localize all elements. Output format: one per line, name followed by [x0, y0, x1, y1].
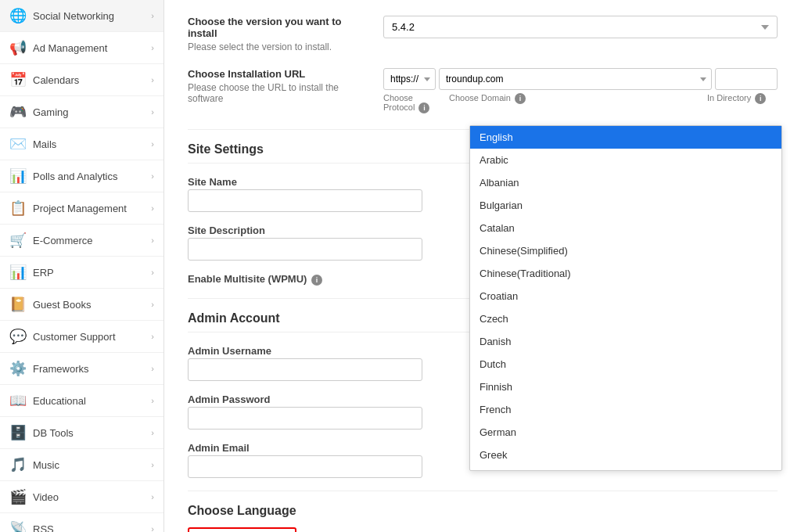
sidebar-item-left-ad-management: 📢 Ad Management [9, 39, 107, 56]
sidebar-item-project-management[interactable]: 📋 Project Management › [0, 192, 163, 225]
sidebar: 🌐 Social Networking › 📢 Ad Management › … [0, 0, 164, 532]
sidebar-item-music[interactable]: 🎵 Music › [0, 449, 163, 481]
directory-input[interactable] [715, 68, 778, 90]
language-option[interactable]: Greek [470, 444, 781, 466]
version-label-block: Choose the version you want to install P… [188, 16, 360, 52]
sidebar-item-social-networking[interactable]: 🌐 Social Networking › [0, 0, 163, 32]
domain-select[interactable]: troundup.com [439, 68, 712, 90]
sidebar-item-left-project-management: 📋 Project Management [9, 200, 127, 217]
sidebar-label-customer-support: Customer Support [33, 331, 116, 343]
main-content: Choose the version you want to install P… [164, 0, 801, 532]
sidebar-item-left-erp: 📊 ERP [9, 264, 54, 281]
sidebar-item-frameworks[interactable]: ⚙️ Frameworks › [0, 353, 163, 385]
icon-social-networking: 🌐 [9, 7, 27, 24]
select-language-button[interactable]: Select Language [188, 527, 296, 532]
icon-erp: 📊 [9, 264, 27, 281]
language-option[interactable]: English [470, 126, 781, 149]
icon-video: 🎬 [9, 488, 27, 505]
sidebar-item-left-e-commerce: 🛒 E-Commerce [9, 232, 93, 249]
sidebar-item-left-educational: 📖 Educational [9, 392, 86, 409]
language-option[interactable]: Chinese(Simplified) [470, 239, 781, 262]
sidebar-item-left-music: 🎵 Music [9, 456, 59, 473]
sidebar-item-left-social-networking: 🌐 Social Networking [9, 7, 114, 24]
language-option[interactable]: German [470, 421, 781, 444]
sidebar-item-ad-management[interactable]: 📢 Ad Management › [0, 32, 163, 64]
admin-username-input[interactable] [188, 358, 422, 381]
sidebar-item-customer-support[interactable]: 💬 Customer Support › [0, 321, 163, 353]
chevron-icon-calendars: › [151, 75, 154, 84]
version-desc: Please select the version to install. [188, 41, 360, 52]
domain-info-icon[interactable]: i [515, 93, 526, 104]
sidebar-item-educational[interactable]: 📖 Educational › [0, 385, 163, 417]
language-section: Choose Language Select Language EnglishA… [188, 504, 778, 532]
sidebar-item-rss[interactable]: 📡 RSS › [0, 513, 163, 532]
sidebar-item-gaming[interactable]: 🎮 Gaming › [0, 96, 163, 128]
sidebar-item-polls-and-analytics[interactable]: 📊 Polls and Analytics › [0, 160, 163, 192]
sidebar-item-e-commerce[interactable]: 🛒 E-Commerce › [0, 225, 163, 257]
language-option[interactable]: Danish [470, 330, 781, 353]
url-desc: Please choose the URL to install the sof… [188, 82, 360, 104]
multisite-info-icon[interactable]: i [311, 275, 322, 286]
admin-password-input[interactable] [188, 407, 422, 430]
sidebar-item-left-calendars: 📅 Calendars [9, 71, 79, 88]
chevron-icon-rss: › [151, 524, 154, 532]
sidebar-label-gaming: Gaming [33, 106, 69, 118]
choose-protocol-label: Choose Protocol i [383, 93, 446, 113]
site-name-input[interactable] [188, 189, 422, 212]
sidebar-item-left-mails: ✉️ Mails [9, 135, 56, 153]
sidebar-label-ad-management: Ad Management [33, 42, 107, 54]
sidebar-label-project-management: Project Management [33, 203, 127, 214]
icon-project-management: 📋 [9, 200, 27, 217]
language-option[interactable]: Czech [470, 307, 781, 330]
language-option[interactable]: Croatian [470, 285, 781, 307]
url-control: https:// troundup.com Choose Protocol i … [383, 68, 778, 113]
chevron-icon-social-networking: › [151, 11, 154, 20]
chevron-icon-mails: › [151, 139, 154, 149]
chevron-icon-polls-and-analytics: › [151, 171, 154, 181]
url-labels: Choose Protocol i Choose Domain i In Dir… [383, 93, 778, 113]
chevron-icon-music: › [151, 460, 154, 469]
site-desc-input[interactable] [188, 238, 422, 261]
sidebar-item-mails[interactable]: ✉️ Mails › [0, 128, 163, 160]
language-option[interactable]: Dutch [470, 353, 781, 376]
protocol-select[interactable]: https:// [383, 68, 436, 90]
language-option[interactable]: Arabic [470, 149, 781, 171]
sidebar-item-left-video: 🎬 Video [9, 488, 59, 505]
url-label: Choose Installation URL [188, 68, 305, 80]
language-option[interactable]: Albanian [470, 171, 781, 194]
sidebar-label-social-networking: Social Networking [33, 10, 114, 22]
directory-info-icon[interactable]: i [755, 93, 766, 104]
sidebar-label-educational: Educational [33, 395, 86, 407]
sidebar-item-left-gaming: 🎮 Gaming [9, 103, 69, 120]
chevron-icon-ad-management: › [151, 43, 154, 52]
sidebar-item-video[interactable]: 🎬 Video › [0, 481, 163, 513]
language-option[interactable]: Catalan [470, 217, 781, 239]
sidebar-item-erp[interactable]: 📊 ERP › [0, 257, 163, 289]
chevron-icon-gaming: › [151, 107, 154, 117]
icon-guest-books: 📔 [9, 296, 27, 313]
version-label: Choose the version you want to install [188, 16, 341, 39]
sidebar-item-calendars[interactable]: 📅 Calendars › [0, 64, 163, 96]
protocol-info-icon[interactable]: i [418, 102, 429, 113]
sidebar-label-calendars: Calendars [33, 74, 79, 86]
language-option[interactable]: Finnish [470, 376, 781, 398]
icon-educational: 📖 [9, 392, 27, 409]
language-option[interactable]: Bulgarian [470, 194, 781, 217]
sidebar-item-guest-books[interactable]: 📔 Guest Books › [0, 289, 163, 321]
sidebar-label-video: Video [33, 491, 59, 503]
version-select[interactable]: 5.4.2 [383, 16, 778, 38]
sidebar-item-db-tools[interactable]: 🗄️ DB Tools › [0, 417, 163, 449]
language-option[interactable]: Chinese(Traditional) [470, 262, 781, 285]
url-section: Choose Installation URL Please choose th… [188, 68, 778, 113]
sidebar-item-left-polls-and-analytics: 📊 Polls and Analytics [9, 167, 117, 185]
url-row: https:// troundup.com [383, 68, 778, 90]
icon-db-tools: 🗄️ [9, 424, 27, 441]
admin-email-input[interactable] [188, 455, 422, 478]
language-option[interactable]: Hebrew [470, 466, 781, 470]
sidebar-item-left-rss: 📡 RSS [9, 520, 54, 532]
sidebar-item-left-customer-support: 💬 Customer Support [9, 328, 116, 345]
version-control: 5.4.2 [383, 16, 778, 38]
language-dropdown-overlay: EnglishArabicAlbanianBulgarianCatalanChi… [469, 125, 782, 471]
sidebar-item-left-frameworks: ⚙️ Frameworks [9, 360, 89, 377]
language-option[interactable]: French [470, 398, 781, 421]
